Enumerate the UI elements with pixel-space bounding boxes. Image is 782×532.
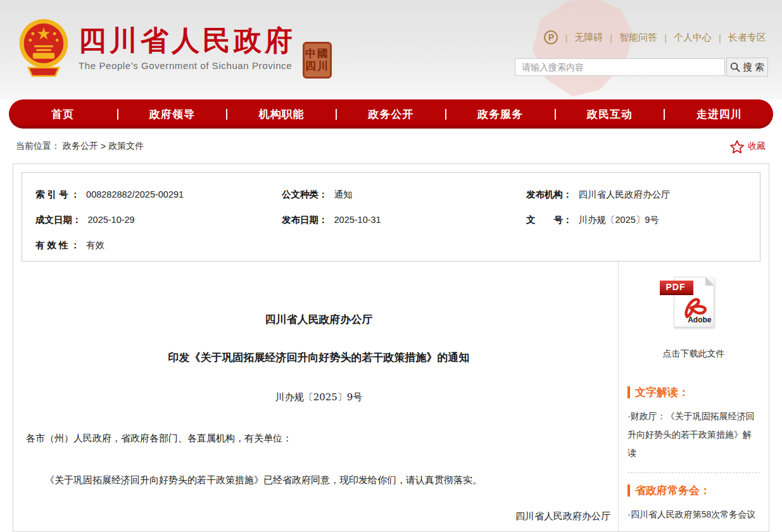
utility-link-accessibility[interactable]: 无障碍 [574, 32, 603, 44]
favorite-label: 收藏 [748, 141, 766, 152]
pdf-fold-corner [705, 277, 714, 286]
nav-item-institutional-functions[interactable]: 机构职能 [227, 107, 336, 122]
document-salutation: 各市（州）人民政府，省政府各部门、各直属机构，有关单位： [26, 433, 612, 445]
nav-item-government-affairs-disclosure[interactable]: 政务公开 [337, 107, 445, 122]
search-button[interactable]: 搜 索 [726, 58, 768, 77]
site-subtitle: The People's Government of Sichuan Provi… [79, 60, 296, 71]
favorite-button[interactable]: 收藏 [730, 140, 766, 153]
content-area: 四川省人民政府办公厅 印发《关于巩固拓展经济回升向好势头的若干政策措施》的通知 … [13, 262, 769, 531]
nav-item-discover-sichuan[interactable]: 走进四川 [665, 107, 773, 122]
utility-link-smart-qa[interactable]: 智能问答 [619, 32, 657, 44]
document-title: 印发《关于巩固拓展经济回升向好势头的若干政策措施》的通知 [26, 350, 612, 365]
national-emblem-icon [18, 16, 70, 78]
breadcrumb-link-policy-documents[interactable]: 政策文件 [108, 141, 144, 152]
breadcrumb-link-disclosure[interactable]: 政务公开 [63, 141, 98, 152]
nav-item-government-leaders[interactable]: 政府领导 [118, 107, 227, 122]
divider: | [610, 32, 612, 43]
document-number: 川办规〔2025〕9号 [26, 391, 612, 403]
divider [627, 472, 760, 473]
download-file-link[interactable]: 点击下载此文件 [627, 348, 760, 360]
search-icon [730, 62, 740, 72]
document-paragraph: 《关于巩固拓展经济回升向好势头的若干政策措施》已经省政府同意，现印发给你们，请认… [26, 472, 612, 488]
site-identity: 四川省人民政府 The People's Government of Sichu… [79, 25, 296, 71]
utility-link-senior-zone[interactable]: 长者专区 [728, 32, 766, 44]
search-input[interactable] [515, 58, 725, 76]
sidebar: Adobe PDF 点击下载此文件 文字解读： ·财政厅：《关于巩固拓展经济回升… [618, 262, 769, 531]
star-icon [730, 140, 744, 153]
divider: | [565, 32, 567, 43]
breadcrumb-separator: > [101, 141, 106, 151]
search-button-label: 搜 索 [743, 61, 764, 73]
page-header: 四川省人民政府 The People's Government of Sichu… [0, 0, 782, 99]
meta-field-index-number: 索 引 号 ： 008282882/2025-00291 [35, 182, 282, 207]
sidebar-section-text-interpretation: 文字解读： ·财政厅：《关于巩固拓展经济回升向好势头的若干政策措施》解读 [627, 385, 760, 462]
breadcrumb: 当前位置： 政务公开 > 政策文件 [16, 141, 144, 152]
nav-wrap: 首页 政府领导 机构职能 政务公开 政务服务 政民互动 走进四川 [0, 99, 782, 129]
section-heading: 省政府常务会： [627, 483, 760, 498]
meta-field-document-type: 公文种类： 通知 [282, 182, 526, 207]
nav-item-public-interaction[interactable]: 政民互动 [556, 107, 664, 122]
executive-meeting-link[interactable]: ·四川省人民政府第58次常务会议 [627, 505, 760, 524]
orange-accent-bar [627, 484, 630, 497]
nav-item-home[interactable]: 首页 [9, 107, 117, 122]
pdf-download-icon[interactable]: Adobe PDF [667, 276, 721, 329]
sichuan-map-watermark [524, 0, 644, 96]
pdf-banner-label: PDF [660, 281, 693, 295]
document-body: 四川省人民政府办公厅 印发《关于巩固拓展经济回升向好势头的若干政策措施》的通知 … [13, 262, 618, 531]
document-meta-box: 索 引 号 ： 008282882/2025-00291 公文种类： 通知 发布… [22, 172, 760, 262]
breadcrumb-prefix: 当前位置： [16, 141, 60, 152]
site-title: 四川省人民政府 [79, 25, 296, 56]
document-container: 索 引 号 ： 008282882/2025-00291 公文种类： 通知 发布… [13, 163, 769, 532]
meta-field-validity: 有 效 性 ： 有效 [35, 232, 282, 258]
meta-field-issuing-agency: 发布机构： 四川省人民政府办公厅 [526, 182, 760, 207]
sichuan-seal-icon: 中國四川 [303, 42, 332, 79]
orange-accent-bar [627, 386, 630, 398]
nav-item-government-services[interactable]: 政务服务 [446, 107, 555, 122]
breadcrumb-row: 当前位置： 政务公开 > 政策文件 收藏 [0, 129, 782, 163]
document-signature: 四川省人民政府办公厅 [26, 510, 612, 522]
main-nav: 首页 政府领导 机构职能 政务公开 政务服务 政民互动 走进四川 [9, 99, 773, 129]
meta-field-document-number: 文 号： 川办规〔2025〕9号 [526, 207, 760, 232]
interpretation-link[interactable]: ·财政厅：《关于巩固拓展经济回升向好势头的若干政策措施》解读 [627, 407, 760, 462]
adobe-brand-label: Adobe [688, 315, 711, 324]
page: 四川省人民政府 The People's Government of Sichu… [0, 0, 782, 532]
divider: | [719, 32, 721, 43]
search-bar: 搜 索 [515, 58, 768, 77]
meta-field-publish-date: 发布日期： 2025-10-31 [282, 207, 526, 232]
section-heading: 文字解读： [627, 385, 760, 400]
utility-link-personal-center[interactable]: 个人中心 [674, 32, 712, 44]
utility-links: P | 无障碍 | 智能问答 | 个人中心 | 长者专区 [544, 30, 766, 44]
meta-field-written-date: 成文日期： 2025-10-29 [35, 207, 282, 232]
reading-icon[interactable]: P [544, 30, 558, 44]
sidebar-section-executive-meeting: 省政府常务会： ·四川省人民政府第58次常务会议 [627, 483, 760, 524]
document-issuer-title: 四川省人民政府办公厅 [26, 312, 612, 327]
divider: | [664, 32, 667, 43]
